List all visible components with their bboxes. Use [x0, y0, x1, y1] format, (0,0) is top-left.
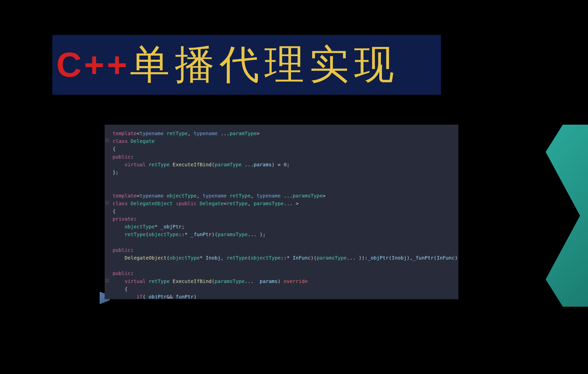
- code-line: [113, 239, 455, 246]
- code-line: {: [113, 145, 455, 153]
- code-line: if(_objPtr&&_funPtr): [113, 293, 455, 299]
- code-body: template<typename retType, typename ...p…: [110, 130, 455, 299]
- code-line: private:: [113, 215, 455, 223]
- code-line: template<typename retType, typename ...p…: [113, 130, 455, 137]
- code-line: {: [113, 207, 455, 215]
- code-line: objectType* _objPtr;: [113, 223, 455, 231]
- code-fold-gutter: [105, 130, 109, 294]
- fold-marker-icon[interactable]: −: [106, 279, 109, 282]
- code-line: DelegateObject(objectType* Inobj, retTyp…: [113, 254, 455, 262]
- code-line: [113, 184, 455, 192]
- title-banner: C++ 单播代理实现: [52, 35, 441, 95]
- title-cpp-text: C++: [56, 45, 130, 85]
- code-line: public:: [113, 270, 455, 277]
- code-line: [113, 262, 455, 270]
- code-editor-panel[interactable]: template<typename retType, typename ...p…: [105, 125, 458, 299]
- code-line: public:: [113, 246, 455, 254]
- title-chinese-text: 单播代理实现: [130, 38, 399, 92]
- code-line: public:: [113, 153, 455, 161]
- code-line: };: [113, 169, 455, 176]
- code-line: {: [113, 285, 455, 293]
- fold-marker-icon[interactable]: −: [106, 201, 109, 204]
- code-line: virtual retType ExecuteIfBind(paramsType…: [113, 278, 455, 285]
- decorative-bg-shape-right: [546, 125, 588, 307]
- code-line: class Delegate: [113, 137, 455, 145]
- fold-marker-icon[interactable]: −: [106, 139, 109, 142]
- code-line: class DelegateObject :public Delegate<re…: [113, 200, 455, 207]
- code-line: [113, 176, 455, 184]
- code-line: retType(objectType::* _funPtr)(paramsTyp…: [113, 231, 455, 238]
- code-line: virtual retType ExecuteIfBind(paramType …: [113, 161, 455, 169]
- code-line: template<typename objectType, typename r…: [113, 192, 455, 200]
